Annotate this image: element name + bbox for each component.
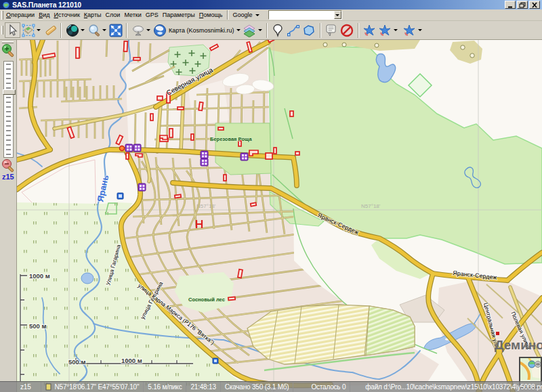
svg-text:500 м: 500 м — [29, 322, 47, 330]
svg-text:500 м: 500 м — [68, 358, 86, 366]
svg-text:1000 м: 1000 м — [121, 357, 142, 364]
svg-text:1000 м: 1000 м — [29, 272, 50, 280]
svg-text:Березовая Роща: Березовая Роща — [210, 136, 252, 142]
svg-text:Сосновый лес: Сосновый лес — [188, 297, 225, 303]
svg-text:N57°18': N57°18' — [361, 203, 381, 209]
svg-text:Демино: Демино — [495, 338, 542, 352]
